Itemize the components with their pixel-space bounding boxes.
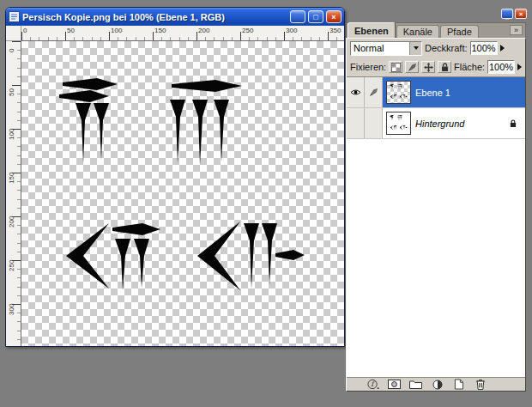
fill-label: Fläche: (454, 62, 485, 72)
layer-name: Ebene 1 (415, 88, 450, 98)
photoshop-workspace: Persisch Kopie.png bei 100% (Ebene 1, RG… (0, 0, 532, 407)
add-layer-mask-button[interactable] (387, 379, 402, 391)
vertical-ruler[interactable]: 0 50 100 150 200 250 300 (6, 41, 21, 346)
opacity-slider-arrow-icon[interactable] (500, 45, 505, 52)
tab-ebenen[interactable]: Ebenen (348, 22, 396, 38)
close-button[interactable]: × (326, 10, 342, 23)
ruler-label: 50 (8, 88, 15, 96)
lock-label: Fixieren: (350, 62, 386, 72)
ruler-label: 100 (8, 129, 15, 140)
paintbrush-icon (369, 88, 378, 97)
active-layer-indicator[interactable] (365, 108, 383, 138)
layer-list: Ebene 1 Hintergrund (347, 76, 525, 377)
ruler-label: 150 (154, 27, 166, 34)
adjustment-circle-icon (432, 380, 443, 390)
tab-kanaele[interactable]: Kanäle (396, 25, 439, 38)
document-titlebar[interactable]: Persisch Kopie.png bei 100% (Ebene 1, RG… (6, 8, 344, 26)
folder-icon (409, 380, 422, 389)
ruler-label: 150 (8, 173, 15, 184)
blend-mode-dropdown-button[interactable] (409, 42, 421, 55)
tab-pfade[interactable]: Pfade (440, 25, 479, 38)
background-lock (510, 119, 522, 128)
palette-body: Normal Deckkraft: 100% Fixieren: (346, 38, 526, 392)
blend-mode-select[interactable]: Normal (350, 41, 422, 56)
brush-icon (408, 63, 417, 72)
document-icon (9, 11, 20, 22)
opacity-value[interactable]: 100% (470, 41, 498, 55)
checkerboard-icon (391, 63, 401, 72)
layer-thumbnail[interactable] (386, 112, 411, 135)
layer-name: Hintergrund (415, 118, 464, 129)
ruler-corner (6, 26, 21, 41)
lock-transparency-button[interactable] (389, 61, 402, 73)
ruler-label: 200 (198, 27, 209, 34)
ruler-label: 250 (8, 260, 15, 271)
active-layer-indicator[interactable] (365, 77, 383, 107)
ruler-label: 200 (8, 216, 15, 228)
ruler-label: 0 (8, 49, 15, 52)
blend-opacity-row: Normal Deckkraft: 100% (347, 39, 525, 58)
layer-thumbnail[interactable] (386, 81, 411, 104)
ruler-label: 0 (23, 27, 27, 34)
layer-style-button[interactable]: f (366, 379, 380, 391)
palette-tab-row: Ebenen Kanäle Pfade » (346, 22, 526, 38)
move-icon (424, 63, 433, 72)
visibility-toggle[interactable] (347, 108, 365, 138)
ruler-label: 100 (111, 27, 122, 34)
opacity-label: Deckkraft: (425, 43, 468, 53)
blend-mode-value: Normal (351, 43, 409, 53)
new-layer-button[interactable] (451, 379, 466, 391)
visibility-toggle[interactable] (347, 77, 365, 107)
fill-slider-arrow-icon[interactable] (517, 64, 522, 70)
lock-icon (441, 63, 449, 72)
new-layer-icon (454, 379, 463, 390)
ruler-label: 300 (8, 304, 15, 315)
panel-menu-button[interactable]: » (510, 25, 523, 35)
panel-close-button[interactable]: × (515, 9, 527, 19)
fill-value[interactable]: 100% (487, 60, 515, 74)
minimize-button[interactable]: _ (290, 10, 305, 23)
lock-position-button[interactable] (421, 61, 435, 73)
ruler-label: 350 (329, 27, 341, 34)
cuneiform-artwork (21, 41, 344, 346)
canvas[interactable] (21, 41, 344, 346)
fx-icon: f (367, 379, 379, 390)
lock-all-button[interactable] (438, 61, 451, 73)
new-group-button[interactable] (408, 379, 423, 391)
palette-footer: f (347, 377, 525, 391)
document-window: Persisch Kopie.png bei 100% (Ebene 1, RG… (5, 7, 345, 347)
horizontal-ruler[interactable]: 0 50 100 150 200 250 300 350 (21, 26, 344, 41)
ruler-label: 250 (242, 27, 253, 34)
document-content: 0 50 100 150 200 250 300 350 0 50 100 15… (6, 26, 344, 346)
layer-row[interactable]: Ebene 1 (347, 77, 525, 108)
trash-icon (475, 379, 486, 390)
maximize-button[interactable]: □ (308, 10, 323, 23)
delete-layer-button[interactable] (473, 379, 487, 391)
lock-fill-row: Fixieren: (347, 58, 525, 76)
eye-icon (350, 88, 361, 96)
adjustment-layer-button[interactable] (430, 379, 444, 391)
panel-minimize-button[interactable]: _ (501, 9, 513, 19)
ruler-label: 300 (286, 27, 297, 34)
layer-row[interactable]: Hintergrund (347, 108, 525, 139)
lock-icon (510, 119, 517, 128)
window-title: Persisch Kopie.png bei 100% (Ebene 1, RG… (22, 12, 287, 22)
layer-mask-icon (388, 380, 401, 389)
ruler-label: 50 (67, 27, 75, 34)
chevron-down-icon (414, 46, 419, 50)
layers-palette: Ebenen Kanäle Pfade » Normal Deckkraft: … (346, 22, 526, 392)
panel-window-controls: _ × (501, 9, 527, 19)
lock-paint-button[interactable] (405, 61, 419, 73)
